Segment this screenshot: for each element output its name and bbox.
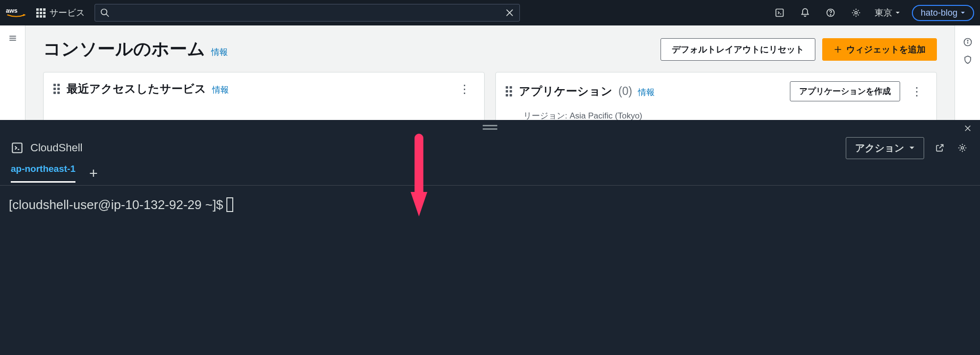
cloudshell-resize-handle[interactable] — [0, 120, 980, 135]
svg-point-9 — [855, 12, 857, 14]
cloudshell-actions-button[interactable]: アクション — [846, 137, 924, 159]
svg-text:aws: aws — [6, 7, 18, 14]
widget-count: (0) — [618, 85, 632, 98]
terminal-cursor — [226, 197, 233, 212]
cloudshell-add-tab-button[interactable]: + — [89, 165, 98, 182]
search-bar[interactable] — [95, 4, 520, 22]
widget-info-link[interactable]: 情報 — [212, 84, 229, 95]
chevron-down-icon — [960, 10, 965, 15]
gear-icon[interactable] — [956, 141, 969, 155]
widget-kebab-menu[interactable]: ⋮ — [907, 85, 927, 98]
user-label: hato-blog — [921, 8, 957, 18]
svg-point-22 — [961, 147, 964, 149]
page-actions: デフォルトレイアウトにリセット ウィジェットを追加 — [661, 38, 937, 61]
create-application-button[interactable]: アプリケーションを作成 — [790, 81, 900, 101]
cloudshell-title: CloudShell — [30, 142, 82, 154]
chevron-down-icon — [895, 10, 900, 15]
svg-point-17 — [967, 40, 968, 41]
clear-search-icon[interactable] — [505, 8, 514, 18]
popout-icon[interactable] — [933, 141, 947, 155]
notifications-icon[interactable] — [798, 6, 812, 20]
svg-line-2 — [106, 14, 109, 17]
page-title: コンソールのホーム 情報 — [43, 37, 228, 61]
widget-applications: アプリケーション (0) 情報 アプリケーションを作成 ⋮ リージョン: Asi… — [495, 72, 937, 127]
region-selector[interactable]: 東京 — [875, 7, 900, 19]
drag-handle-icon[interactable] — [506, 86, 512, 96]
shield-icon[interactable] — [961, 53, 975, 67]
page-title-text: コンソールのホーム — [43, 37, 205, 61]
cloudshell-panel: CloudShell アクション ap-northeast-1 + [cloud… — [0, 120, 980, 355]
svg-point-8 — [830, 15, 831, 15]
annotation-arrow — [407, 133, 431, 223]
services-label: サービス — [49, 7, 85, 19]
search-input[interactable] — [115, 8, 500, 17]
services-menu-button[interactable]: サービス — [32, 5, 89, 21]
info-circle-icon[interactable] — [961, 35, 975, 49]
widget-info-link[interactable]: 情報 — [638, 87, 655, 98]
settings-icon[interactable] — [849, 6, 863, 20]
search-icon — [100, 8, 110, 18]
widgets-row: 最近アクセスしたサービス 情報 ⋮ アプリケーション (0) 情報 — [25, 72, 955, 127]
region-label: 東京 — [875, 7, 892, 19]
top-navbar: aws サービス 東京 hato-blog — [0, 0, 980, 25]
page-title-info-link[interactable]: 情報 — [211, 47, 228, 58]
cloudshell-close-button[interactable] — [963, 124, 972, 135]
cloudshell-tab[interactable]: ap-northeast-1 — [11, 164, 75, 183]
widget-title: 最近アクセスしたサービス 情報 — [67, 81, 229, 96]
cloudshell-tab-bar: ap-northeast-1 + — [0, 161, 980, 186]
widget-kebab-menu[interactable]: ⋮ — [455, 82, 474, 96]
page-header: コンソールのホーム 情報 デフォルトレイアウトにリセット ウィジェットを追加 — [25, 25, 955, 72]
grid-icon — [36, 8, 46, 18]
aws-logo[interactable]: aws — [6, 6, 26, 19]
user-menu[interactable]: hato-blog — [912, 5, 974, 21]
add-widget-button[interactable]: ウィジェットを追加 — [822, 38, 937, 61]
cloudshell-terminal[interactable]: [cloudshell-user@ip-10-132-92-29 ~]$ — [0, 186, 980, 355]
plus-icon — [833, 45, 842, 54]
widget-title: アプリケーション (0) 情報 — [519, 84, 655, 99]
terminal-prompt: [cloudshell-user@ip-10-132-92-29 ~]$ — [9, 197, 223, 213]
hamburger-icon[interactable] — [6, 31, 20, 45]
cloudshell-icon[interactable] — [773, 6, 786, 20]
drag-handle-icon[interactable] — [53, 84, 60, 94]
help-icon[interactable] — [824, 6, 837, 20]
terminal-icon — [11, 142, 24, 154]
reset-layout-button[interactable]: デフォルトレイアウトにリセット — [661, 38, 815, 61]
chevron-down-icon — [909, 145, 915, 151]
widget-recent-services: 最近アクセスしたサービス 情報 ⋮ — [43, 72, 485, 127]
cloudshell-header: CloudShell アクション — [0, 135, 980, 161]
topnav-right: 東京 hato-blog — [773, 5, 974, 21]
